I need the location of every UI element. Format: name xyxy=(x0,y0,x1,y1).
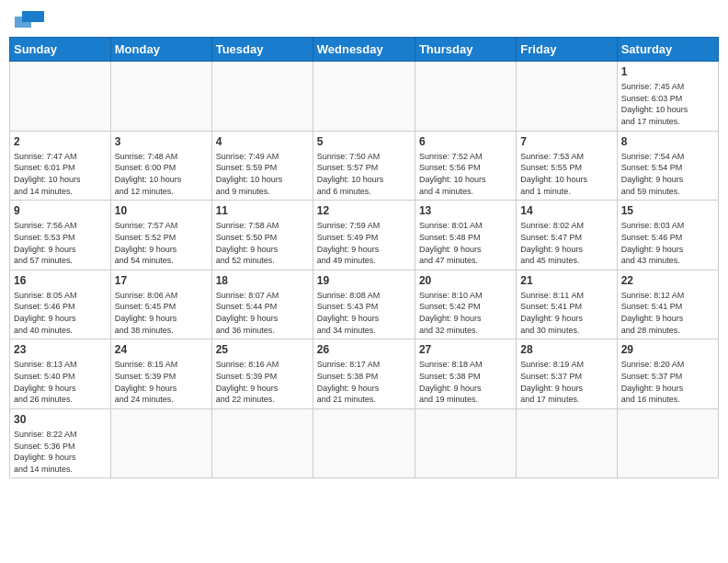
day-number: 22 xyxy=(621,273,714,288)
calendar-cell xyxy=(617,408,718,478)
day-info: Sunrise: 7:48 AM Sunset: 6:00 PM Dayligh… xyxy=(115,151,208,197)
logo-icon xyxy=(15,9,44,29)
day-number: 5 xyxy=(317,134,411,149)
day-number: 27 xyxy=(419,342,512,357)
day-number: 21 xyxy=(520,273,612,288)
calendar-cell xyxy=(415,62,516,132)
day-number: 20 xyxy=(419,273,512,288)
day-info: Sunrise: 8:07 AM Sunset: 5:44 PM Dayligh… xyxy=(216,290,309,336)
calendar-table: SundayMondayTuesdayWednesdayThursdayFrid… xyxy=(9,37,719,478)
page-header xyxy=(9,9,719,29)
calendar-cell: 12Sunrise: 7:59 AM Sunset: 5:49 PM Dayli… xyxy=(313,201,415,270)
day-number: 6 xyxy=(419,134,512,149)
calendar-cell: 5Sunrise: 7:50 AM Sunset: 5:57 PM Daylig… xyxy=(313,131,415,201)
day-info: Sunrise: 8:01 AM Sunset: 5:48 PM Dayligh… xyxy=(419,220,512,266)
calendar-cell: 4Sunrise: 7:49 AM Sunset: 5:59 PM Daylig… xyxy=(211,131,313,201)
day-info: Sunrise: 8:06 AM Sunset: 5:45 PM Dayligh… xyxy=(115,290,208,336)
day-info: Sunrise: 7:57 AM Sunset: 5:52 PM Dayligh… xyxy=(115,220,208,266)
day-info: Sunrise: 8:18 AM Sunset: 5:38 PM Dayligh… xyxy=(419,359,512,405)
day-info: Sunrise: 8:12 AM Sunset: 5:41 PM Dayligh… xyxy=(621,290,714,336)
svg-marker-1 xyxy=(15,17,31,28)
day-info: Sunrise: 7:56 AM Sunset: 5:53 PM Dayligh… xyxy=(14,220,107,266)
day-info: Sunrise: 7:47 AM Sunset: 6:01 PM Dayligh… xyxy=(14,151,107,197)
day-info: Sunrise: 8:22 AM Sunset: 5:36 PM Dayligh… xyxy=(14,429,107,475)
day-info: Sunrise: 8:03 AM Sunset: 5:46 PM Dayligh… xyxy=(621,220,714,266)
day-info: Sunrise: 8:19 AM Sunset: 5:37 PM Dayligh… xyxy=(520,359,612,405)
day-info: Sunrise: 7:53 AM Sunset: 5:55 PM Dayligh… xyxy=(520,151,612,197)
calendar-cell: 20Sunrise: 8:10 AM Sunset: 5:42 PM Dayli… xyxy=(415,270,516,339)
day-info: Sunrise: 7:49 AM Sunset: 5:59 PM Dayligh… xyxy=(216,151,309,197)
calendar-cell: 10Sunrise: 7:57 AM Sunset: 5:52 PM Dayli… xyxy=(110,201,211,270)
calendar-cell: 25Sunrise: 8:16 AM Sunset: 5:39 PM Dayli… xyxy=(211,339,313,409)
calendar-cell: 6Sunrise: 7:52 AM Sunset: 5:56 PM Daylig… xyxy=(415,131,516,201)
calendar-cell: 28Sunrise: 8:19 AM Sunset: 5:37 PM Dayli… xyxy=(517,339,617,409)
calendar-cell: 14Sunrise: 8:02 AM Sunset: 5:47 PM Dayli… xyxy=(517,201,617,270)
day-info: Sunrise: 7:58 AM Sunset: 5:50 PM Dayligh… xyxy=(216,220,309,266)
calendar-cell: 17Sunrise: 8:06 AM Sunset: 5:45 PM Dayli… xyxy=(110,270,211,339)
calendar-cell xyxy=(313,408,415,478)
day-info: Sunrise: 8:16 AM Sunset: 5:39 PM Dayligh… xyxy=(216,359,309,405)
day-number: 11 xyxy=(216,203,309,218)
weekday-header-wednesday: Wednesday xyxy=(313,38,415,62)
day-number: 8 xyxy=(621,134,714,149)
calendar-cell: 29Sunrise: 8:20 AM Sunset: 5:37 PM Dayli… xyxy=(617,339,718,409)
calendar-cell: 26Sunrise: 8:17 AM Sunset: 5:38 PM Dayli… xyxy=(313,339,415,409)
calendar-cell xyxy=(313,62,415,132)
day-info: Sunrise: 7:45 AM Sunset: 6:03 PM Dayligh… xyxy=(621,81,714,127)
day-number: 29 xyxy=(621,342,714,357)
week-row-1: 2Sunrise: 7:47 AM Sunset: 6:01 PM Daylig… xyxy=(10,131,719,201)
week-row-3: 16Sunrise: 8:05 AM Sunset: 5:46 PM Dayli… xyxy=(10,270,719,339)
calendar-cell xyxy=(517,408,617,478)
calendar-cell: 9Sunrise: 7:56 AM Sunset: 5:53 PM Daylig… xyxy=(10,201,111,270)
calendar-cell: 7Sunrise: 7:53 AM Sunset: 5:55 PM Daylig… xyxy=(517,131,617,201)
day-info: Sunrise: 8:11 AM Sunset: 5:41 PM Dayligh… xyxy=(520,290,612,336)
week-row-0: 1Sunrise: 7:45 AM Sunset: 6:03 PM Daylig… xyxy=(10,62,719,132)
calendar-cell xyxy=(110,62,211,132)
day-number: 9 xyxy=(14,203,107,218)
day-info: Sunrise: 8:15 AM Sunset: 5:39 PM Dayligh… xyxy=(115,359,208,405)
day-number: 13 xyxy=(419,203,512,218)
calendar-cell xyxy=(110,408,211,478)
calendar-cell: 24Sunrise: 8:15 AM Sunset: 5:39 PM Dayli… xyxy=(110,339,211,409)
calendar-cell xyxy=(517,62,617,132)
day-number: 30 xyxy=(14,412,107,427)
calendar-cell: 23Sunrise: 8:13 AM Sunset: 5:40 PM Dayli… xyxy=(10,339,111,409)
day-number: 1 xyxy=(621,64,714,79)
day-number: 2 xyxy=(14,134,107,149)
day-number: 7 xyxy=(520,134,612,149)
day-number: 14 xyxy=(520,203,612,218)
weekday-header-saturday: Saturday xyxy=(617,38,718,62)
calendar-cell: 8Sunrise: 7:54 AM Sunset: 5:54 PM Daylig… xyxy=(617,131,718,201)
calendar-cell xyxy=(211,408,313,478)
day-number: 10 xyxy=(115,203,208,218)
calendar-cell: 30Sunrise: 8:22 AM Sunset: 5:36 PM Dayli… xyxy=(10,408,111,478)
day-info: Sunrise: 8:08 AM Sunset: 5:43 PM Dayligh… xyxy=(317,290,411,336)
calendar-cell xyxy=(211,62,313,132)
day-number: 18 xyxy=(216,273,309,288)
day-number: 12 xyxy=(317,203,411,218)
calendar-cell xyxy=(415,408,516,478)
day-number: 15 xyxy=(621,203,714,218)
day-number: 26 xyxy=(317,342,411,357)
calendar-cell: 27Sunrise: 8:18 AM Sunset: 5:38 PM Dayli… xyxy=(415,339,516,409)
day-info: Sunrise: 8:20 AM Sunset: 5:37 PM Dayligh… xyxy=(621,359,714,405)
logo xyxy=(13,9,44,29)
day-number: 16 xyxy=(14,273,107,288)
day-number: 4 xyxy=(216,134,309,149)
day-number: 17 xyxy=(115,273,208,288)
day-number: 25 xyxy=(216,342,309,357)
calendar-cell: 13Sunrise: 8:01 AM Sunset: 5:48 PM Dayli… xyxy=(415,201,516,270)
weekday-header-sunday: Sunday xyxy=(10,38,111,62)
calendar-cell: 21Sunrise: 8:11 AM Sunset: 5:41 PM Dayli… xyxy=(517,270,617,339)
day-info: Sunrise: 7:54 AM Sunset: 5:54 PM Dayligh… xyxy=(621,151,714,197)
week-row-4: 23Sunrise: 8:13 AM Sunset: 5:40 PM Dayli… xyxy=(10,339,719,409)
day-number: 28 xyxy=(520,342,612,357)
calendar-cell xyxy=(10,62,111,132)
weekday-header-monday: Monday xyxy=(110,38,211,62)
day-number: 3 xyxy=(115,134,208,149)
day-info: Sunrise: 8:05 AM Sunset: 5:46 PM Dayligh… xyxy=(14,290,107,336)
day-info: Sunrise: 7:50 AM Sunset: 5:57 PM Dayligh… xyxy=(317,151,411,197)
day-number: 24 xyxy=(115,342,208,357)
day-info: Sunrise: 8:17 AM Sunset: 5:38 PM Dayligh… xyxy=(317,359,411,405)
day-info: Sunrise: 7:59 AM Sunset: 5:49 PM Dayligh… xyxy=(317,220,411,266)
